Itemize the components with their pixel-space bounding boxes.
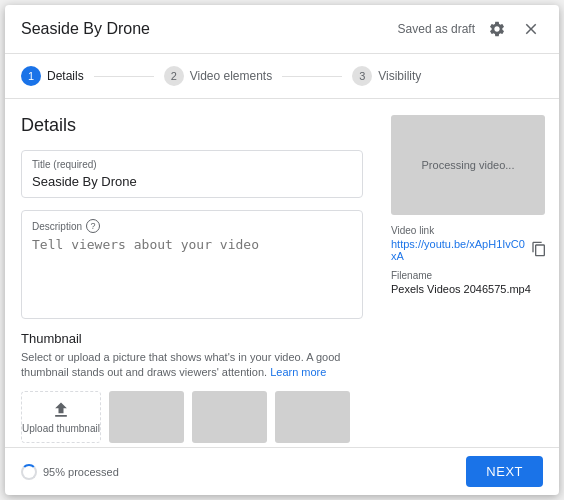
description-label: Description ? — [32, 219, 352, 233]
step-3: 3 Visibility — [352, 66, 421, 86]
progress-spinner-icon — [21, 464, 37, 480]
video-link-row: https://youtu.be/xApH1IvC0xA — [391, 238, 547, 262]
description-field-group: Description ? — [21, 210, 363, 319]
modal-footer: 95% processed NEXT — [5, 447, 559, 495]
left-panel: Details Title (required) Description ? T… — [5, 99, 379, 447]
title-input[interactable] — [32, 174, 352, 189]
title-field-group: Title (required) — [21, 150, 363, 198]
upload-thumbnail-button[interactable]: Upload thumbnail — [21, 391, 101, 443]
description-textarea[interactable] — [32, 237, 352, 307]
thumbnail-learn-more[interactable]: Learn more — [270, 366, 326, 378]
header-actions: Saved as draft — [398, 17, 543, 41]
section-title: Details — [21, 115, 363, 136]
video-preview: Processing video... — [391, 115, 545, 215]
filename: Pexels Videos 2046575.mp4 — [391, 283, 547, 295]
step-1: 1 Details — [21, 66, 84, 86]
upload-thumbnail-label: Upload thumbnail — [22, 423, 100, 434]
modal-content: Details Title (required) Description ? T… — [5, 99, 559, 447]
step-3-label: Visibility — [378, 69, 421, 83]
step-divider-2 — [282, 76, 342, 77]
video-link-label: Video link — [391, 225, 547, 236]
copy-link-button[interactable] — [531, 241, 547, 260]
step-3-circle: 3 — [352, 66, 372, 86]
video-link[interactable]: https://youtu.be/xApH1IvC0xA — [391, 238, 527, 262]
description-help-icon[interactable]: ? — [86, 219, 100, 233]
step-1-circle: 1 — [21, 66, 41, 86]
next-button[interactable]: NEXT — [466, 456, 543, 487]
thumbnail-preview-2[interactable] — [192, 391, 267, 443]
progress-text: 95% processed — [43, 466, 119, 478]
close-button[interactable] — [519, 17, 543, 41]
stepper: 1 Details 2 Video elements 3 Visibility — [5, 54, 559, 99]
processing-text: Processing video... — [422, 159, 515, 171]
saved-draft-label: Saved as draft — [398, 22, 475, 36]
step-2-circle: 2 — [164, 66, 184, 86]
upload-modal: Seaside By Drone Saved as draft 1 Detail… — [5, 5, 559, 495]
thumbnail-options: Upload thumbnail — [21, 391, 363, 443]
settings-icon-button[interactable] — [485, 17, 509, 41]
modal-header: Seaside By Drone Saved as draft — [5, 5, 559, 54]
step-divider-1 — [94, 76, 154, 77]
thumbnail-section: Thumbnail Select or upload a picture tha… — [21, 331, 363, 443]
step-2-label: Video elements — [190, 69, 273, 83]
modal-title: Seaside By Drone — [21, 20, 150, 38]
step-1-label: Details — [47, 69, 84, 83]
title-field-label: Title (required) — [32, 159, 352, 170]
step-2: 2 Video elements — [164, 66, 273, 86]
thumbnail-preview-1[interactable] — [109, 391, 184, 443]
filename-label: Filename — [391, 270, 547, 281]
thumbnail-desc: Select or upload a picture that shows wh… — [21, 350, 363, 381]
right-panel: Processing video... Video link https://y… — [379, 99, 559, 447]
progress-info: 95% processed — [21, 464, 119, 480]
thumbnail-title: Thumbnail — [21, 331, 363, 346]
thumbnail-preview-3[interactable] — [275, 391, 350, 443]
